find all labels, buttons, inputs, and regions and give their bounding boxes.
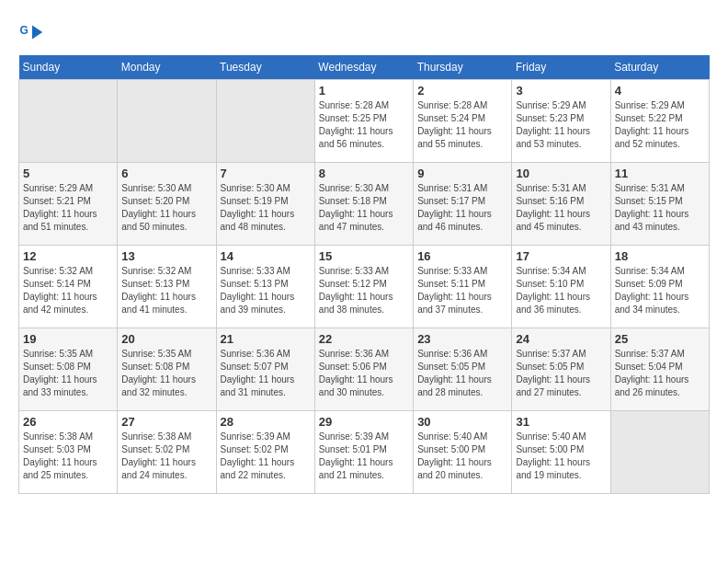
day-info: Sunrise: 5:31 AM Sunset: 5:17 PM Dayligh… — [417, 182, 507, 234]
calendar-cell: 26Sunrise: 5:38 AM Sunset: 5:03 PM Dayli… — [19, 411, 118, 494]
calendar-cell: 30Sunrise: 5:40 AM Sunset: 5:00 PM Dayli… — [414, 411, 512, 494]
calendar-cell: 7Sunrise: 5:30 AM Sunset: 5:19 PM Daylig… — [216, 163, 314, 246]
calendar-cell: 8Sunrise: 5:30 AM Sunset: 5:18 PM Daylig… — [314, 163, 413, 246]
calendar-week-1: 1Sunrise: 5:28 AM Sunset: 5:25 PM Daylig… — [19, 80, 710, 163]
day-info: Sunrise: 5:32 AM Sunset: 5:13 PM Dayligh… — [121, 265, 211, 316]
calendar-week-5: 26Sunrise: 5:38 AM Sunset: 5:03 PM Dayli… — [19, 411, 710, 494]
day-number: 19 — [23, 332, 113, 346]
calendar-week-4: 19Sunrise: 5:35 AM Sunset: 5:08 PM Dayli… — [19, 328, 710, 411]
day-info: Sunrise: 5:38 AM Sunset: 5:03 PM Dayligh… — [23, 431, 113, 482]
day-info: Sunrise: 5:29 AM Sunset: 5:21 PM Dayligh… — [23, 182, 113, 234]
calendar-cell: 22Sunrise: 5:36 AM Sunset: 5:06 PM Dayli… — [314, 328, 413, 411]
calendar-cell — [19, 80, 118, 163]
day-info: Sunrise: 5:29 AM Sunset: 5:22 PM Dayligh… — [615, 99, 705, 151]
calendar-cell: 18Sunrise: 5:34 AM Sunset: 5:09 PM Dayli… — [610, 246, 709, 328]
calendar-cell: 16Sunrise: 5:33 AM Sunset: 5:11 PM Dayli… — [414, 246, 512, 328]
svg-text:G: G — [20, 24, 28, 37]
calendar-cell: 13Sunrise: 5:32 AM Sunset: 5:13 PM Dayli… — [118, 246, 216, 328]
day-info: Sunrise: 5:34 AM Sunset: 5:09 PM Dayligh… — [615, 265, 705, 316]
day-number: 17 — [516, 249, 606, 263]
day-info: Sunrise: 5:33 AM Sunset: 5:13 PM Dayligh… — [221, 265, 311, 316]
calendar-cell: 20Sunrise: 5:35 AM Sunset: 5:08 PM Dayli… — [118, 328, 216, 411]
day-number: 28 — [221, 415, 311, 429]
day-number: 24 — [516, 332, 606, 346]
day-info: Sunrise: 5:29 AM Sunset: 5:23 PM Dayligh… — [516, 99, 606, 151]
calendar-cell: 23Sunrise: 5:36 AM Sunset: 5:05 PM Dayli… — [414, 328, 512, 411]
day-info: Sunrise: 5:33 AM Sunset: 5:11 PM Dayligh… — [417, 265, 507, 316]
day-number: 18 — [615, 249, 705, 263]
calendar-cell: 3Sunrise: 5:29 AM Sunset: 5:23 PM Daylig… — [512, 80, 610, 163]
day-number: 29 — [319, 415, 409, 429]
day-number: 13 — [121, 249, 211, 263]
day-info: Sunrise: 5:37 AM Sunset: 5:05 PM Dayligh… — [516, 348, 606, 399]
calendar-week-3: 12Sunrise: 5:32 AM Sunset: 5:14 PM Dayli… — [19, 246, 710, 328]
day-number: 6 — [121, 167, 211, 180]
day-number: 1 — [319, 84, 409, 98]
day-info: Sunrise: 5:36 AM Sunset: 5:06 PM Dayligh… — [319, 348, 409, 399]
day-number: 27 — [121, 415, 211, 429]
day-header-thursday: Thursday — [414, 55, 512, 80]
calendar-cell — [216, 80, 314, 163]
day-info: Sunrise: 5:35 AM Sunset: 5:08 PM Dayligh… — [121, 348, 211, 399]
day-number: 8 — [319, 167, 409, 180]
day-number: 30 — [417, 415, 507, 429]
day-info: Sunrise: 5:28 AM Sunset: 5:24 PM Dayligh… — [417, 99, 507, 151]
calendar-cell: 12Sunrise: 5:32 AM Sunset: 5:14 PM Dayli… — [19, 246, 118, 328]
calendar-cell: 2Sunrise: 5:28 AM Sunset: 5:24 PM Daylig… — [414, 80, 512, 163]
day-number: 12 — [23, 249, 113, 263]
day-number: 25 — [615, 332, 705, 346]
day-info: Sunrise: 5:28 AM Sunset: 5:25 PM Dayligh… — [319, 99, 409, 151]
calendar-cell: 11Sunrise: 5:31 AM Sunset: 5:15 PM Dayli… — [610, 163, 709, 246]
day-number: 5 — [23, 167, 113, 180]
day-number: 4 — [615, 84, 705, 98]
day-info: Sunrise: 5:30 AM Sunset: 5:20 PM Dayligh… — [121, 182, 211, 234]
day-info: Sunrise: 5:40 AM Sunset: 5:00 PM Dayligh… — [516, 431, 606, 482]
calendar-week-2: 5Sunrise: 5:29 AM Sunset: 5:21 PM Daylig… — [19, 163, 710, 246]
day-info: Sunrise: 5:37 AM Sunset: 5:04 PM Dayligh… — [615, 348, 705, 399]
day-header-wednesday: Wednesday — [314, 55, 413, 80]
day-info: Sunrise: 5:31 AM Sunset: 5:15 PM Dayligh… — [615, 182, 705, 234]
calendar-cell: 24Sunrise: 5:37 AM Sunset: 5:05 PM Dayli… — [512, 328, 610, 411]
day-info: Sunrise: 5:39 AM Sunset: 5:01 PM Dayligh… — [319, 431, 409, 482]
day-header-sunday: Sunday — [19, 55, 118, 80]
calendar-cell: 27Sunrise: 5:38 AM Sunset: 5:02 PM Dayli… — [118, 411, 216, 494]
calendar-cell: 1Sunrise: 5:28 AM Sunset: 5:25 PM Daylig… — [314, 80, 413, 163]
logo: G — [18, 18, 50, 46]
calendar-body: 1Sunrise: 5:28 AM Sunset: 5:25 PM Daylig… — [19, 80, 710, 494]
day-number: 11 — [615, 167, 705, 180]
page-header: G — [18, 18, 710, 46]
calendar-cell: 17Sunrise: 5:34 AM Sunset: 5:10 PM Dayli… — [512, 246, 610, 328]
day-info: Sunrise: 5:30 AM Sunset: 5:18 PM Dayligh… — [319, 182, 409, 234]
day-number: 2 — [417, 84, 507, 98]
day-number: 7 — [221, 167, 311, 180]
day-number: 23 — [417, 332, 507, 346]
calendar-cell — [118, 80, 216, 163]
day-info: Sunrise: 5:30 AM Sunset: 5:19 PM Dayligh… — [221, 182, 311, 234]
calendar-cell: 31Sunrise: 5:40 AM Sunset: 5:00 PM Dayli… — [512, 411, 610, 494]
day-info: Sunrise: 5:31 AM Sunset: 5:16 PM Dayligh… — [516, 182, 606, 234]
day-info: Sunrise: 5:33 AM Sunset: 5:12 PM Dayligh… — [319, 265, 409, 316]
calendar-cell: 9Sunrise: 5:31 AM Sunset: 5:17 PM Daylig… — [414, 163, 512, 246]
calendar-header-row: SundayMondayTuesdayWednesdayThursdayFrid… — [19, 55, 710, 80]
calendar-cell: 29Sunrise: 5:39 AM Sunset: 5:01 PM Dayli… — [314, 411, 413, 494]
day-number: 15 — [319, 249, 409, 263]
day-number: 20 — [121, 332, 211, 346]
day-info: Sunrise: 5:39 AM Sunset: 5:02 PM Dayligh… — [221, 431, 311, 482]
day-info: Sunrise: 5:40 AM Sunset: 5:00 PM Dayligh… — [417, 431, 507, 482]
day-header-saturday: Saturday — [610, 55, 709, 80]
day-number: 9 — [417, 167, 507, 180]
day-info: Sunrise: 5:32 AM Sunset: 5:14 PM Dayligh… — [23, 265, 113, 316]
day-number: 3 — [516, 84, 606, 98]
day-number: 26 — [23, 415, 113, 429]
day-number: 16 — [417, 249, 507, 263]
day-info: Sunrise: 5:36 AM Sunset: 5:07 PM Dayligh… — [221, 348, 311, 399]
day-info: Sunrise: 5:36 AM Sunset: 5:05 PM Dayligh… — [417, 348, 507, 399]
calendar-cell: 19Sunrise: 5:35 AM Sunset: 5:08 PM Dayli… — [19, 328, 118, 411]
calendar-cell: 25Sunrise: 5:37 AM Sunset: 5:04 PM Dayli… — [610, 328, 709, 411]
calendar-cell — [610, 411, 709, 494]
logo-icon: G — [18, 18, 46, 46]
calendar-cell: 4Sunrise: 5:29 AM Sunset: 5:22 PM Daylig… — [610, 80, 709, 163]
calendar-cell: 15Sunrise: 5:33 AM Sunset: 5:12 PM Dayli… — [314, 246, 413, 328]
day-number: 21 — [221, 332, 311, 346]
day-number: 22 — [319, 332, 409, 346]
